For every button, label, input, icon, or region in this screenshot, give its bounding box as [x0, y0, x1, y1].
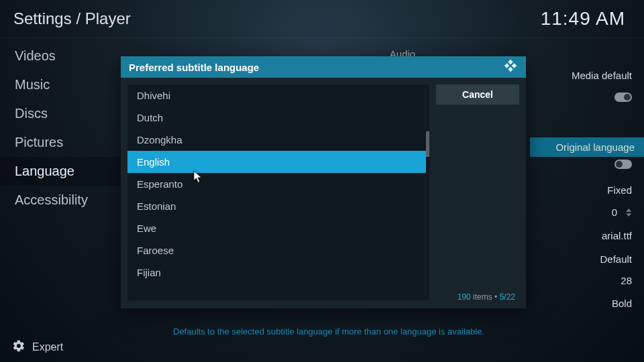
setting-value-font[interactable]: arial.ttf: [602, 230, 632, 241]
setting-label: arial.ttf: [602, 230, 632, 241]
dialog-preferred-subtitle-language: Preferred subtitle language Dhivehi Dutc…: [121, 56, 526, 308]
dialog-header: Preferred subtitle language: [121, 56, 526, 78]
setting-value-preferred-subtitle[interactable]: Original language: [530, 137, 644, 157]
toggle-media-default[interactable]: [614, 93, 632, 102]
setting-label: Default: [600, 253, 632, 265]
setting-value-zero[interactable]: 0 ▲▼: [612, 206, 632, 218]
gear-icon: [12, 339, 25, 355]
setting-label: Media default: [572, 70, 632, 81]
list-item-dutch[interactable]: Dutch: [127, 107, 429, 129]
cancel-button[interactable]: Cancel: [436, 84, 519, 105]
list-item-fijian[interactable]: Fijian: [127, 261, 429, 284]
list-item-faroese[interactable]: Faroese: [127, 239, 429, 261]
setting-value-fixed[interactable]: Fixed: [607, 184, 632, 196]
setting-value-media-default[interactable]: Media default: [572, 70, 632, 81]
pager-items-word: items: [473, 292, 492, 302]
dialog-pager: 190 items • 5/22: [458, 292, 515, 302]
setting-label: 28: [621, 275, 632, 286]
chevron-updown-icon[interactable]: ▲▼: [624, 208, 632, 217]
clock: 11:49 AM: [541, 8, 625, 29]
setting-value-size[interactable]: 28: [621, 275, 632, 286]
breadcrumb: Settings / Player: [13, 9, 131, 28]
pager-sep: •: [494, 292, 500, 302]
list-item-dhivehi[interactable]: Dhivehi: [127, 84, 429, 107]
settings-level-label: Expert: [32, 341, 63, 353]
list-item-estonian[interactable]: Estonian: [127, 195, 429, 217]
dialog-side: Cancel: [436, 84, 519, 105]
setting-value-default[interactable]: Default: [600, 253, 632, 265]
setting-label: Original language: [555, 141, 635, 153]
setting-hint: Defaults to the selected subtitle langua…: [173, 326, 484, 337]
setting-value-style[interactable]: Bold: [612, 298, 632, 309]
toggle-original-language[interactable]: [614, 160, 632, 169]
kodi-logo-icon: [503, 58, 518, 76]
list-item-english[interactable]: English: [127, 151, 429, 173]
scrollbar-thumb[interactable]: [426, 131, 429, 157]
scrollbar-track[interactable]: [426, 84, 429, 300]
dialog-title: Preferred subtitle language: [129, 62, 259, 73]
pager-total: 190: [458, 292, 471, 302]
list-item-ewe[interactable]: Ewe: [127, 217, 429, 239]
settings-level-button[interactable]: Expert: [12, 339, 63, 355]
dialog-list[interactable]: Dhivehi Dutch Dzongkha English Esperanto…: [127, 84, 429, 300]
pager-page: 5/22: [500, 292, 515, 302]
list-item-dzongkha[interactable]: Dzongkha: [127, 129, 429, 151]
header-bar: Settings / Player 11:49 AM: [0, 0, 644, 38]
list-item-esperanto[interactable]: Esperanto: [127, 173, 429, 195]
setting-label: Fixed: [607, 184, 632, 196]
setting-label: Bold: [612, 298, 632, 309]
setting-label: 0: [612, 206, 617, 218]
